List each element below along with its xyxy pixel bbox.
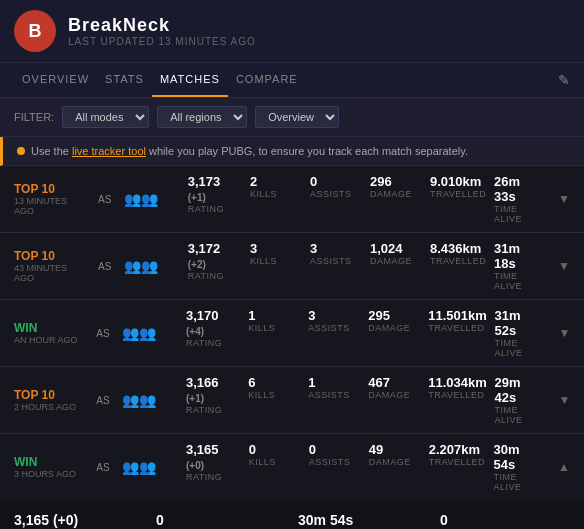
stat-travelled: 2.207km TRAVELLED	[423, 442, 488, 492]
rating-label: RATING	[186, 338, 236, 348]
kills-label: KILLS	[250, 256, 298, 266]
travelled-label: TRAVELLED	[428, 323, 482, 333]
nav-stats[interactable]: STATS	[97, 63, 152, 97]
assists-value: 1	[308, 375, 356, 390]
travelled-value: 9.010km	[430, 174, 482, 189]
squad-icons: 👥👥	[122, 459, 156, 475]
match-row[interactable]: TOP 10 43 MINUTES AGO AS 👥👥 3,172 (+2) R…	[0, 233, 584, 300]
match-stats: 3,166 (+1) RATING 6 KILLS 1 ASSISTS 467 …	[180, 375, 551, 425]
stat-time-alive: 30m 54s TIME ALIVE	[488, 442, 551, 492]
detail-stat-value: 30m 54s	[298, 512, 428, 528]
travelled-value: 8.436km	[430, 241, 482, 256]
assists-label: ASSISTS	[308, 390, 356, 400]
time-alive-label: TIME ALIVE	[494, 204, 544, 224]
match-row[interactable]: TOP 10 2 HOURS AGO AS 👥👥 3,166 (+1) RATI…	[0, 367, 584, 434]
stat-time-alive: 26m 33s TIME ALIVE	[488, 174, 550, 224]
match-row[interactable]: TOP 10 13 MINUTES AGO AS 👥👥 3,173 (+1) R…	[0, 166, 584, 233]
match-squad: 👥👥	[122, 325, 172, 341]
damage-value: 295	[368, 308, 416, 323]
assists-value: 3	[310, 241, 358, 256]
match-squad: 👥👥	[122, 392, 172, 408]
time-alive-label: TIME ALIVE	[495, 338, 545, 358]
stat-damage: 295 DAMAGE	[362, 308, 422, 358]
last-updated: LAST UPDATED 13 MINUTES AGO	[68, 36, 256, 47]
match-row[interactable]: WIN 3 HOURS AGO AS 👥👥 3,165 (+0) RATING …	[0, 434, 584, 529]
stat-kills: 0 KILLS	[243, 442, 303, 492]
stat-kills: 6 KILLS	[242, 375, 302, 425]
match-mode: AS	[92, 462, 114, 473]
stat-travelled: 11.501km TRAVELLED	[422, 308, 488, 358]
travelled-value: 11.501km	[428, 308, 482, 323]
match-mode: AS	[92, 328, 114, 339]
detail-stat: 3,165 (+0) RATING	[14, 512, 144, 529]
view-filter[interactable]: Overview	[255, 106, 339, 128]
chevron-down-icon[interactable]: ▼	[559, 393, 571, 407]
notice-bar: Use the live tracker tool while you play…	[0, 137, 584, 166]
match-detail: 3,165 (+0) RATING 0 KILLS 30m 54s TIME A…	[0, 500, 584, 529]
assists-label: ASSISTS	[310, 189, 358, 199]
nav-compare[interactable]: COMPARE	[228, 63, 306, 97]
match-summary: TOP 10 43 MINUTES AGO AS 👥👥 3,172 (+2) R…	[0, 233, 584, 299]
stat-rating: 3,165 (+0) RATING	[180, 442, 243, 492]
kills-value: 0	[249, 442, 297, 457]
rating-label: RATING	[186, 472, 237, 482]
match-result: WIN AN HOUR AGO	[14, 321, 84, 345]
match-stats: 3,173 (+1) RATING 2 KILLS 0 ASSISTS 296 …	[182, 174, 550, 224]
time-alive-label: TIME ALIVE	[494, 472, 545, 492]
match-result: TOP 10 43 MINUTES AGO	[14, 249, 86, 283]
stat-rating: 3,166 (+1) RATING	[180, 375, 242, 425]
damage-value: 49	[369, 442, 417, 457]
chevron-up-icon[interactable]: ▲	[558, 460, 570, 474]
stat-time-alive: 31m 18s TIME ALIVE	[488, 241, 550, 291]
match-row[interactable]: WIN AN HOUR AGO AS 👥👥 3,170 (+4) RATING …	[0, 300, 584, 367]
filter-bar: FILTER: All modes All regions Overview	[0, 98, 584, 137]
profile-name: BreakNeck	[68, 15, 256, 36]
stat-rating: 3,172 (+2) RATING	[182, 241, 244, 291]
chevron-down-icon[interactable]: ▼	[558, 259, 570, 273]
rating-value: 3,165 (+0)	[186, 442, 237, 472]
kills-label: KILLS	[250, 189, 298, 199]
match-summary: WIN AN HOUR AGO AS 👥👥 3,170 (+4) RATING …	[0, 300, 584, 366]
stat-kills: 1 KILLS	[242, 308, 302, 358]
detail-stat-value: 0	[440, 512, 570, 528]
match-mode: AS	[94, 194, 116, 205]
result-label: TOP 10	[14, 388, 84, 402]
detail-stat: 30m 54s TIME ALIVE	[298, 512, 428, 529]
mode-filter[interactable]: All modes	[62, 106, 149, 128]
match-squad: 👥👥	[122, 459, 172, 475]
rating-value: 3,173 (+1)	[188, 174, 238, 204]
match-mode: AS	[92, 395, 114, 406]
chevron-down-icon[interactable]: ▼	[558, 192, 570, 206]
stat-travelled: 8.436km TRAVELLED	[424, 241, 488, 291]
time-alive-value: 29m 42s	[495, 375, 545, 405]
edit-icon[interactable]: ✎	[558, 72, 570, 88]
kills-label: KILLS	[248, 323, 296, 333]
nav-matches[interactable]: MATCHES	[152, 63, 228, 97]
stat-assists: 3 ASSISTS	[302, 308, 362, 358]
nav-overview[interactable]: OVERVIEW	[14, 63, 97, 97]
travelled-value: 2.207km	[429, 442, 482, 457]
travelled-value: 11.034km	[428, 375, 482, 390]
region-filter[interactable]: All regions	[157, 106, 247, 128]
header-info: BreakNeck LAST UPDATED 13 MINUTES AGO	[68, 15, 256, 47]
match-summary: TOP 10 2 HOURS AGO AS 👥👥 3,166 (+1) RATI…	[0, 367, 584, 433]
stat-time-alive: 31m 52s TIME ALIVE	[489, 308, 551, 358]
detail-stat: 0 KILLS	[156, 512, 286, 529]
damage-value: 467	[368, 375, 416, 390]
chevron-down-icon[interactable]: ▼	[559, 326, 571, 340]
stat-assists: 0 ASSISTS	[303, 442, 363, 492]
stat-damage: 467 DAMAGE	[362, 375, 422, 425]
match-result: TOP 10 2 HOURS AGO	[14, 388, 84, 412]
live-tracker-link[interactable]: live tracker tool	[72, 145, 146, 157]
kills-value: 2	[250, 174, 298, 189]
rating-value: 3,172 (+2)	[188, 241, 238, 271]
time-alive-value: 30m 54s	[494, 442, 545, 472]
kills-value: 6	[248, 375, 296, 390]
stat-damage: 296 DAMAGE	[364, 174, 424, 224]
kills-value: 1	[248, 308, 296, 323]
assists-label: ASSISTS	[308, 323, 356, 333]
stat-rating: 3,170 (+4) RATING	[180, 308, 242, 358]
squad-icons: 👥👥	[124, 258, 158, 274]
detail-stat-value: 3,165 (+0)	[14, 512, 144, 528]
detail-stat: 0 HEALS	[440, 512, 570, 529]
